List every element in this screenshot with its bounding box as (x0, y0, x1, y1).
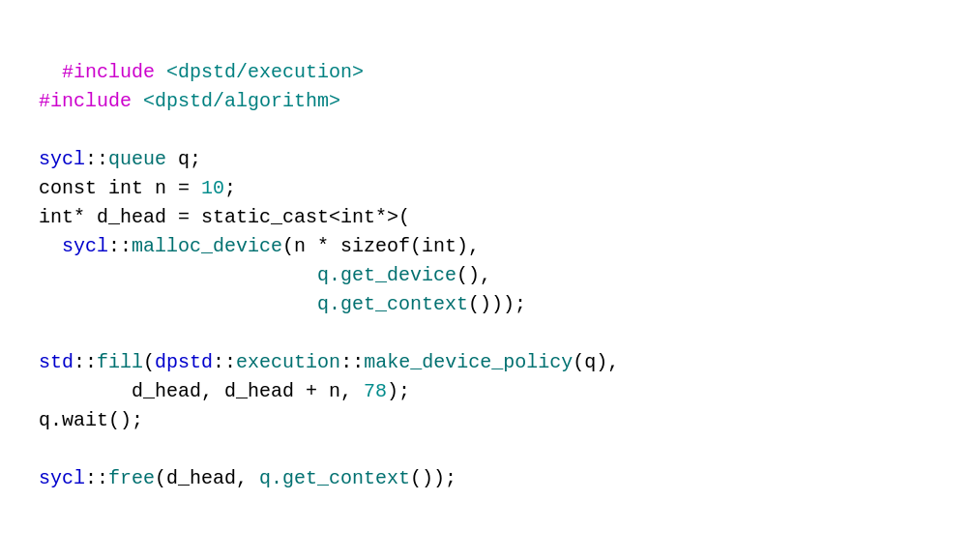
q-get-device: q.get_device(), (39, 264, 491, 286)
include-algorithm: #include <dpstd/algorithm> (39, 90, 340, 112)
include-execution: #include <dpstd/execution> (62, 61, 364, 83)
std-fill: std::fill(dpstd::execution::make_device_… (39, 351, 619, 373)
int-d-head: int* d_head = static_cast<int*>( (39, 206, 410, 228)
sycl-queue: sycl::queue q; (39, 148, 201, 170)
q-wait: q.wait(); (39, 409, 143, 431)
q-get-context: q.get_context())); (39, 293, 526, 315)
code-block: #include <dpstd/execution> #include <dps… (39, 29, 932, 493)
sycl-free: sycl::free(d_head, q.get_context()); (39, 467, 456, 489)
const-int-n: const int n = 10; (39, 177, 236, 199)
sycl-malloc-device: sycl::malloc_device(n * sizeof(int), (39, 235, 480, 257)
d-head-fill: d_head, d_head + n, 78); (39, 380, 410, 402)
